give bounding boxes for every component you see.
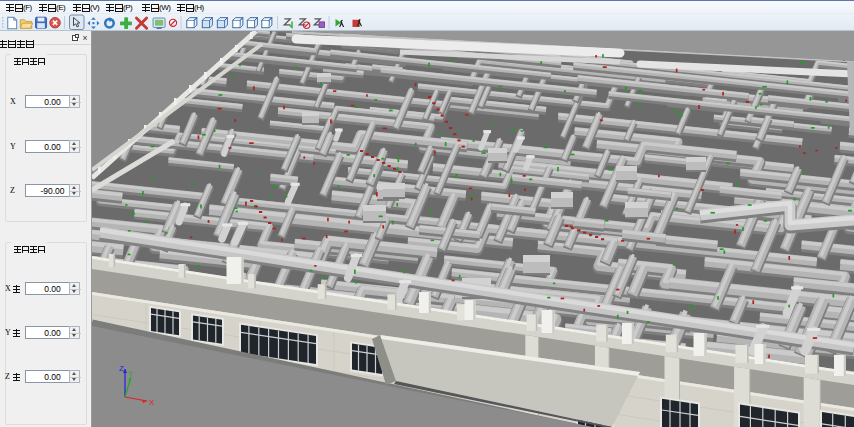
svg-text:Z: Z (119, 364, 124, 373)
svg-text:Y: Y (128, 370, 133, 377)
svg-text:X: X (149, 398, 155, 407)
